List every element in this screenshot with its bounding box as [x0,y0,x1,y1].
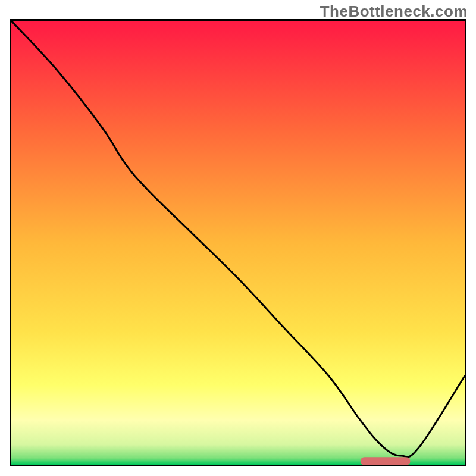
chart-svg [11,21,465,465]
chart-container: TheBottleneck.com [0,0,476,476]
plot-area [10,19,466,466]
flat-region-marker [361,457,411,465]
watermark-text: TheBottleneck.com [320,2,468,21]
gradient-background [11,21,465,465]
